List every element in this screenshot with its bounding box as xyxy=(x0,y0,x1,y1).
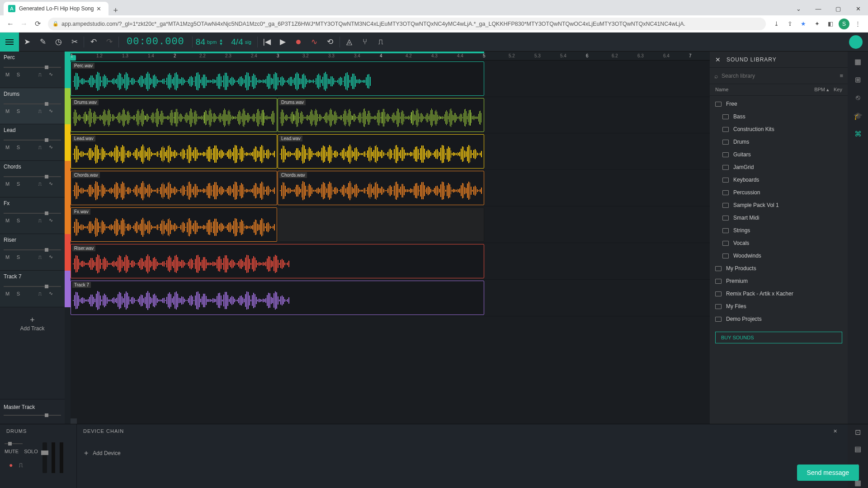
track-color-strip[interactable] xyxy=(65,161,71,197)
automation-icon[interactable]: ∿ xyxy=(47,291,55,296)
automation-icon[interactable]: ∿ xyxy=(47,108,55,114)
add-device-button[interactable]: + Add Device xyxy=(77,438,848,469)
share-icon[interactable]: ⇪ xyxy=(783,17,797,31)
bpm-display[interactable]: 84 xyxy=(194,37,207,47)
library-folder[interactable]: My Files xyxy=(710,300,848,313)
library-folder[interactable]: My Products xyxy=(710,262,848,275)
library-folder[interactable]: Construction Kits xyxy=(710,123,848,136)
volume-fader[interactable] xyxy=(42,442,47,473)
time-tool[interactable]: ◷ xyxy=(51,33,66,52)
library-folder[interactable]: Guitars xyxy=(710,148,848,161)
audio-clip[interactable] xyxy=(278,207,484,242)
mute-button[interactable]: MUTE xyxy=(5,449,19,454)
editor-icon-2[interactable]: ▤ xyxy=(853,444,863,454)
library-folder[interactable]: Vocals xyxy=(710,237,848,249)
column-key[interactable]: Key xyxy=(834,87,842,93)
track-color-strip[interactable] xyxy=(65,271,71,307)
track-lane[interactable]: Fx.wav xyxy=(71,206,710,243)
track-header[interactable]: FxMS⎍∿ xyxy=(0,197,65,234)
forward-button[interactable]: → xyxy=(17,17,31,31)
solo-button[interactable]: SOLO xyxy=(24,449,38,454)
library-folder[interactable]: Smart Midi xyxy=(710,211,848,224)
pencil-tool[interactable]: ✎ xyxy=(35,33,51,52)
track-lane[interactable]: Riser.wav xyxy=(71,243,710,280)
track-fx-icon[interactable]: ⎍ xyxy=(36,218,44,223)
track-header[interactable]: DrumsMS⎍∿ xyxy=(0,88,65,124)
column-name[interactable]: Name xyxy=(715,87,814,93)
maximize-button[interactable]: ▢ xyxy=(828,2,848,15)
user-avatar[interactable] xyxy=(849,35,863,49)
audio-clip[interactable]: Chords.wav xyxy=(71,171,277,205)
mute-button[interactable]: M xyxy=(4,72,11,77)
audio-clip[interactable]: Chords.wav xyxy=(278,171,484,205)
library-folder[interactable]: Sample Pack Vol 1 xyxy=(710,199,848,211)
mute-button[interactable]: M xyxy=(4,181,11,187)
track-volume-slider[interactable] xyxy=(4,175,61,178)
url-input[interactable]: 🔒 app.ampedstudio.com/?_gl=1*zkt20c*_ga*… xyxy=(48,18,766,30)
library-folder[interactable]: Woodwinds xyxy=(710,249,848,262)
side-panel-icon[interactable]: ◧ xyxy=(824,17,837,31)
redo-button[interactable]: ↷ xyxy=(101,33,117,52)
minimize-button[interactable]: — xyxy=(808,2,828,15)
add-track-button[interactable]: +Add Track xyxy=(0,307,65,340)
track-color-strip[interactable] xyxy=(65,52,71,88)
automation-icon[interactable]: ∿ xyxy=(47,254,55,260)
track-fx-icon[interactable]: ⎍ xyxy=(36,145,44,150)
undo-button[interactable]: ↶ xyxy=(85,33,101,52)
track-color-strip[interactable] xyxy=(65,88,71,124)
mute-button[interactable]: M xyxy=(4,108,11,114)
track-header[interactable]: RiserMS⎍∿ xyxy=(0,234,65,271)
library-folder[interactable]: Demo Projects xyxy=(710,313,848,325)
column-bpm[interactable]: BPM ▴ xyxy=(814,87,829,93)
library-folder[interactable]: JamGrid xyxy=(710,161,848,174)
audio-clip[interactable]: Perc.wav xyxy=(71,61,484,96)
master-track[interactable]: Master Track xyxy=(0,399,65,424)
pointer-tool[interactable]: ➤ xyxy=(19,33,35,52)
library-folder[interactable]: Drums xyxy=(710,136,848,148)
monitor-icon[interactable]: ⎍ xyxy=(19,461,23,469)
track-header[interactable]: Track 7MS⎍∿ xyxy=(0,271,65,307)
automation-icon[interactable]: ∿ xyxy=(47,71,55,77)
track-lane[interactable]: Drums.wavDrums.wav xyxy=(71,97,710,133)
audio-clip[interactable]: Drums.wav xyxy=(71,98,277,132)
back-button[interactable]: ← xyxy=(4,17,17,31)
timeline[interactable]: 11.21.31.422.22.32.433.23.33.444.24.34.4… xyxy=(71,52,710,424)
chevron-down-icon[interactable]: ⌄ xyxy=(788,2,808,15)
track-fx-icon[interactable]: ⎍ xyxy=(36,291,44,296)
close-tab-icon[interactable]: ✕ xyxy=(94,5,104,12)
track-lane[interactable]: Track 7 xyxy=(71,280,710,316)
link-icon[interactable]: ⎋ xyxy=(853,92,863,103)
audio-clip[interactable]: Fx.wav xyxy=(71,207,277,242)
mute-button[interactable]: M xyxy=(4,291,11,296)
audio-clip[interactable]: Drums.wav xyxy=(278,98,484,132)
track-volume-slider[interactable] xyxy=(4,249,61,251)
automation-icon[interactable]: ∿ xyxy=(47,181,55,187)
solo-button[interactable]: S xyxy=(14,181,22,187)
track-volume-slider[interactable] xyxy=(4,66,61,69)
track-color-strip[interactable] xyxy=(65,124,71,161)
track-header[interactable]: ChordsMS⎍∿ xyxy=(0,161,65,197)
track-header[interactable]: PercMS⎍∿ xyxy=(0,52,65,88)
solo-button[interactable]: S xyxy=(14,291,22,296)
automation-icon[interactable]: ∿ xyxy=(307,33,322,52)
library-folder[interactable]: Bass xyxy=(710,110,848,123)
loop-button[interactable]: ⟲ xyxy=(322,33,338,52)
track-header[interactable]: LeadMS⎍∿ xyxy=(0,124,65,161)
library-folder[interactable]: Strings xyxy=(710,224,848,237)
audio-clip[interactable]: Lead.wav xyxy=(71,134,277,169)
mute-button[interactable]: M xyxy=(4,218,11,223)
skip-start-button[interactable]: |◀ xyxy=(259,33,275,52)
time-signature[interactable]: 4/4 xyxy=(223,37,245,47)
mute-button[interactable]: M xyxy=(4,254,11,260)
tuning-fork-icon[interactable]: ⑂ xyxy=(357,33,373,52)
extensions-icon[interactable]: ✦ xyxy=(810,17,824,31)
close-window-button[interactable]: ✕ xyxy=(848,2,868,15)
editor-icon-1[interactable]: ⊡ xyxy=(853,427,863,437)
timeline-ruler[interactable]: 11.21.31.422.22.32.433.23.33.444.24.34.4… xyxy=(71,52,710,61)
track-fx-icon[interactable]: ⎍ xyxy=(36,181,44,187)
solo-button[interactable]: S xyxy=(14,145,22,150)
main-menu-button[interactable] xyxy=(0,33,19,52)
horizontal-scrollbar[interactable] xyxy=(71,418,77,424)
bookmark-icon[interactable]: ★ xyxy=(797,17,810,31)
education-icon[interactable]: 🎓 xyxy=(853,110,863,121)
